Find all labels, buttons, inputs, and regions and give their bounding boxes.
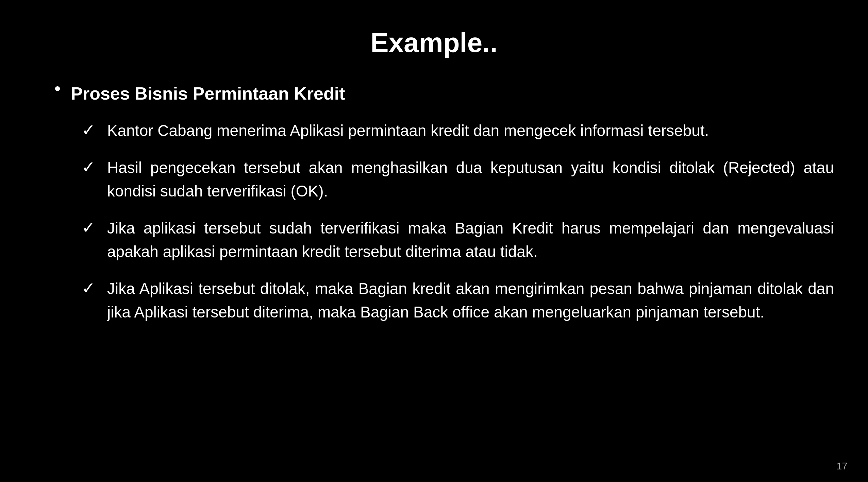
checkmark-icon-1: ✓ [82,120,95,141]
slide-title: Example.. [34,27,834,58]
checkmark-icon-3: ✓ [82,217,95,238]
sub-bullet-item-2: ✓ Hasil pengecekan tersebut akan menghas… [82,156,834,203]
content-area: • Proses Bisnis Permintaan Kredit ✓ Kant… [34,82,834,462]
sub-bullet-text-1: Kantor Cabang menerima Aplikasi perminta… [107,119,709,142]
main-bullet: • Proses Bisnis Permintaan Kredit [54,82,834,105]
sub-bullet-item-3: ✓ Jika aplikasi tersebut sudah terverifi… [82,217,834,263]
sub-bullet-item-1: ✓ Kantor Cabang menerima Aplikasi permin… [82,119,834,142]
sub-bullet-text-2: Hasil pengecekan tersebut akan menghasil… [107,156,834,203]
sub-bullets-list: ✓ Kantor Cabang menerima Aplikasi permin… [54,119,834,324]
main-bullet-text: Proses Bisnis Permintaan Kredit [71,82,345,105]
checkmark-icon-4: ✓ [82,278,95,299]
main-bullet-dot: • [54,80,61,97]
sub-bullet-item-4: ✓ Jika Aplikasi tersebut ditolak, maka B… [82,277,834,324]
slide-container: Example.. • Proses Bisnis Permintaan Kre… [0,0,868,482]
page-number: 17 [836,460,848,472]
checkmark-icon-2: ✓ [82,157,95,178]
sub-bullet-text-3: Jika aplikasi tersebut sudah terverifika… [107,217,834,263]
sub-bullet-text-4: Jika Aplikasi tersebut ditolak, maka Bag… [107,277,834,324]
